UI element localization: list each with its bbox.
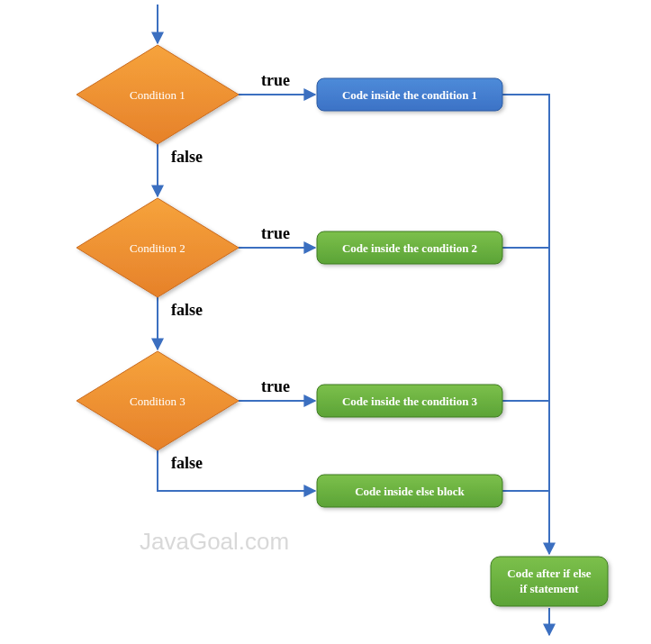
label-true-3: true xyxy=(261,377,290,395)
code-2-label: Code inside the condition 2 xyxy=(342,241,477,255)
after-label-2: if statement xyxy=(520,582,579,595)
label-true-2: true xyxy=(261,224,290,242)
node-after: Code after if else if statement xyxy=(491,557,608,606)
after-label-1: Code after if else xyxy=(507,567,591,580)
edge-code1-after xyxy=(502,95,549,554)
node-condition-2: Condition 2 xyxy=(77,198,239,297)
node-condition-3: Condition 3 xyxy=(77,351,239,450)
label-false-1: false xyxy=(171,148,203,166)
condition-3-label: Condition 3 xyxy=(130,395,185,408)
condition-1-label: Condition 1 xyxy=(130,88,185,102)
flowchart-diagram: true false true false true false Conditi… xyxy=(0,0,651,644)
node-condition-1: Condition 1 xyxy=(77,45,239,144)
code-3-label: Code inside the condition 3 xyxy=(342,395,478,408)
node-code-1: Code inside the condition 1 xyxy=(317,78,502,111)
node-code-else: Code inside else block xyxy=(317,475,502,507)
label-false-2: false xyxy=(171,301,203,319)
watermark: JavaGoal.com xyxy=(140,528,289,555)
label-true-1: true xyxy=(261,71,290,89)
node-code-2: Code inside the condition 2 xyxy=(317,231,502,264)
node-code-3: Code inside the condition 3 xyxy=(317,385,502,417)
condition-2-label: Condition 2 xyxy=(130,241,185,255)
code-1-label: Code inside the condition 1 xyxy=(342,88,477,102)
label-false-3: false xyxy=(171,454,203,472)
code-else-label: Code inside else block xyxy=(355,485,465,498)
